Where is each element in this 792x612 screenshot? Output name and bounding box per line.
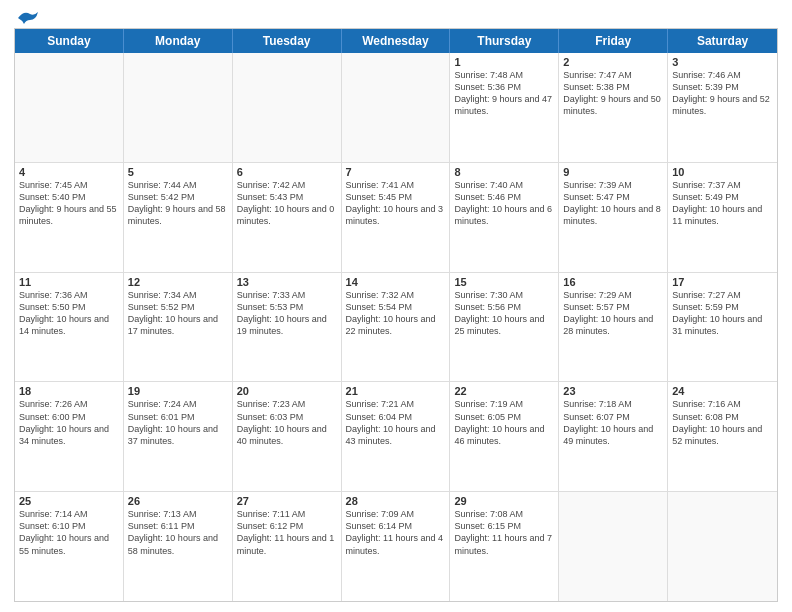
cal-cell: 29Sunrise: 7:08 AM Sunset: 6:15 PM Dayli… — [450, 492, 559, 601]
day-number: 22 — [454, 385, 554, 397]
day-header-saturday: Saturday — [668, 29, 777, 53]
day-number: 18 — [19, 385, 119, 397]
day-number: 10 — [672, 166, 773, 178]
cal-cell: 26Sunrise: 7:13 AM Sunset: 6:11 PM Dayli… — [124, 492, 233, 601]
day-info: Sunrise: 7:48 AM Sunset: 5:36 PM Dayligh… — [454, 69, 554, 118]
day-number: 2 — [563, 56, 663, 68]
day-info: Sunrise: 7:23 AM Sunset: 6:03 PM Dayligh… — [237, 398, 337, 447]
cal-cell: 5Sunrise: 7:44 AM Sunset: 5:42 PM Daylig… — [124, 163, 233, 272]
day-number: 16 — [563, 276, 663, 288]
calendar-body: 1Sunrise: 7:48 AM Sunset: 5:36 PM Daylig… — [15, 53, 777, 601]
day-info: Sunrise: 7:47 AM Sunset: 5:38 PM Dayligh… — [563, 69, 663, 118]
cal-cell: 12Sunrise: 7:34 AM Sunset: 5:52 PM Dayli… — [124, 273, 233, 382]
cal-cell — [668, 492, 777, 601]
day-number: 17 — [672, 276, 773, 288]
day-number: 3 — [672, 56, 773, 68]
cal-cell — [15, 53, 124, 162]
day-info: Sunrise: 7:08 AM Sunset: 6:15 PM Dayligh… — [454, 508, 554, 557]
day-info: Sunrise: 7:37 AM Sunset: 5:49 PM Dayligh… — [672, 179, 773, 228]
day-info: Sunrise: 7:42 AM Sunset: 5:43 PM Dayligh… — [237, 179, 337, 228]
cal-cell: 16Sunrise: 7:29 AM Sunset: 5:57 PM Dayli… — [559, 273, 668, 382]
day-info: Sunrise: 7:46 AM Sunset: 5:39 PM Dayligh… — [672, 69, 773, 118]
day-number: 26 — [128, 495, 228, 507]
header — [14, 10, 778, 22]
day-number: 1 — [454, 56, 554, 68]
day-number: 12 — [128, 276, 228, 288]
day-info: Sunrise: 7:41 AM Sunset: 5:45 PM Dayligh… — [346, 179, 446, 228]
cal-cell: 23Sunrise: 7:18 AM Sunset: 6:07 PM Dayli… — [559, 382, 668, 491]
day-number: 24 — [672, 385, 773, 397]
day-info: Sunrise: 7:14 AM Sunset: 6:10 PM Dayligh… — [19, 508, 119, 557]
cal-cell: 28Sunrise: 7:09 AM Sunset: 6:14 PM Dayli… — [342, 492, 451, 601]
cal-cell: 17Sunrise: 7:27 AM Sunset: 5:59 PM Dayli… — [668, 273, 777, 382]
day-info: Sunrise: 7:36 AM Sunset: 5:50 PM Dayligh… — [19, 289, 119, 338]
cal-cell — [124, 53, 233, 162]
cal-cell: 15Sunrise: 7:30 AM Sunset: 5:56 PM Dayli… — [450, 273, 559, 382]
calendar-row-1: 4Sunrise: 7:45 AM Sunset: 5:40 PM Daylig… — [15, 163, 777, 273]
cal-cell: 25Sunrise: 7:14 AM Sunset: 6:10 PM Dayli… — [15, 492, 124, 601]
cal-cell: 19Sunrise: 7:24 AM Sunset: 6:01 PM Dayli… — [124, 382, 233, 491]
cal-cell: 22Sunrise: 7:19 AM Sunset: 6:05 PM Dayli… — [450, 382, 559, 491]
calendar-row-3: 18Sunrise: 7:26 AM Sunset: 6:00 PM Dayli… — [15, 382, 777, 492]
day-info: Sunrise: 7:11 AM Sunset: 6:12 PM Dayligh… — [237, 508, 337, 557]
logo — [14, 10, 38, 22]
cal-cell: 18Sunrise: 7:26 AM Sunset: 6:00 PM Dayli… — [15, 382, 124, 491]
day-info: Sunrise: 7:29 AM Sunset: 5:57 PM Dayligh… — [563, 289, 663, 338]
day-info: Sunrise: 7:33 AM Sunset: 5:53 PM Dayligh… — [237, 289, 337, 338]
day-header-tuesday: Tuesday — [233, 29, 342, 53]
day-number: 7 — [346, 166, 446, 178]
cal-cell: 2Sunrise: 7:47 AM Sunset: 5:38 PM Daylig… — [559, 53, 668, 162]
day-number: 21 — [346, 385, 446, 397]
day-number: 19 — [128, 385, 228, 397]
day-number: 8 — [454, 166, 554, 178]
cal-cell: 6Sunrise: 7:42 AM Sunset: 5:43 PM Daylig… — [233, 163, 342, 272]
cal-cell: 4Sunrise: 7:45 AM Sunset: 5:40 PM Daylig… — [15, 163, 124, 272]
cal-cell: 1Sunrise: 7:48 AM Sunset: 5:36 PM Daylig… — [450, 53, 559, 162]
day-number: 9 — [563, 166, 663, 178]
cal-cell: 9Sunrise: 7:39 AM Sunset: 5:47 PM Daylig… — [559, 163, 668, 272]
day-info: Sunrise: 7:18 AM Sunset: 6:07 PM Dayligh… — [563, 398, 663, 447]
day-number: 4 — [19, 166, 119, 178]
page: SundayMondayTuesdayWednesdayThursdayFrid… — [0, 0, 792, 612]
day-header-friday: Friday — [559, 29, 668, 53]
cal-cell — [233, 53, 342, 162]
cal-cell: 13Sunrise: 7:33 AM Sunset: 5:53 PM Dayli… — [233, 273, 342, 382]
calendar-row-4: 25Sunrise: 7:14 AM Sunset: 6:10 PM Dayli… — [15, 492, 777, 601]
cal-cell: 11Sunrise: 7:36 AM Sunset: 5:50 PM Dayli… — [15, 273, 124, 382]
day-header-monday: Monday — [124, 29, 233, 53]
day-number: 5 — [128, 166, 228, 178]
logo-bird-icon — [16, 10, 38, 26]
day-number: 29 — [454, 495, 554, 507]
cal-cell: 20Sunrise: 7:23 AM Sunset: 6:03 PM Dayli… — [233, 382, 342, 491]
day-header-thursday: Thursday — [450, 29, 559, 53]
day-number: 6 — [237, 166, 337, 178]
day-number: 15 — [454, 276, 554, 288]
day-info: Sunrise: 7:24 AM Sunset: 6:01 PM Dayligh… — [128, 398, 228, 447]
day-number: 13 — [237, 276, 337, 288]
day-number: 28 — [346, 495, 446, 507]
calendar-row-2: 11Sunrise: 7:36 AM Sunset: 5:50 PM Dayli… — [15, 273, 777, 383]
cal-cell: 10Sunrise: 7:37 AM Sunset: 5:49 PM Dayli… — [668, 163, 777, 272]
day-info: Sunrise: 7:26 AM Sunset: 6:00 PM Dayligh… — [19, 398, 119, 447]
day-info: Sunrise: 7:39 AM Sunset: 5:47 PM Dayligh… — [563, 179, 663, 228]
day-info: Sunrise: 7:16 AM Sunset: 6:08 PM Dayligh… — [672, 398, 773, 447]
day-number: 27 — [237, 495, 337, 507]
cal-cell: 21Sunrise: 7:21 AM Sunset: 6:04 PM Dayli… — [342, 382, 451, 491]
cal-cell: 7Sunrise: 7:41 AM Sunset: 5:45 PM Daylig… — [342, 163, 451, 272]
day-number: 14 — [346, 276, 446, 288]
day-info: Sunrise: 7:34 AM Sunset: 5:52 PM Dayligh… — [128, 289, 228, 338]
calendar-row-0: 1Sunrise: 7:48 AM Sunset: 5:36 PM Daylig… — [15, 53, 777, 163]
day-info: Sunrise: 7:45 AM Sunset: 5:40 PM Dayligh… — [19, 179, 119, 228]
day-info: Sunrise: 7:21 AM Sunset: 6:04 PM Dayligh… — [346, 398, 446, 447]
day-info: Sunrise: 7:30 AM Sunset: 5:56 PM Dayligh… — [454, 289, 554, 338]
calendar: SundayMondayTuesdayWednesdayThursdayFrid… — [14, 28, 778, 602]
day-number: 25 — [19, 495, 119, 507]
day-info: Sunrise: 7:44 AM Sunset: 5:42 PM Dayligh… — [128, 179, 228, 228]
day-info: Sunrise: 7:27 AM Sunset: 5:59 PM Dayligh… — [672, 289, 773, 338]
cal-cell: 8Sunrise: 7:40 AM Sunset: 5:46 PM Daylig… — [450, 163, 559, 272]
cal-cell — [559, 492, 668, 601]
day-number: 20 — [237, 385, 337, 397]
cal-cell: 24Sunrise: 7:16 AM Sunset: 6:08 PM Dayli… — [668, 382, 777, 491]
day-header-wednesday: Wednesday — [342, 29, 451, 53]
cal-cell: 14Sunrise: 7:32 AM Sunset: 5:54 PM Dayli… — [342, 273, 451, 382]
